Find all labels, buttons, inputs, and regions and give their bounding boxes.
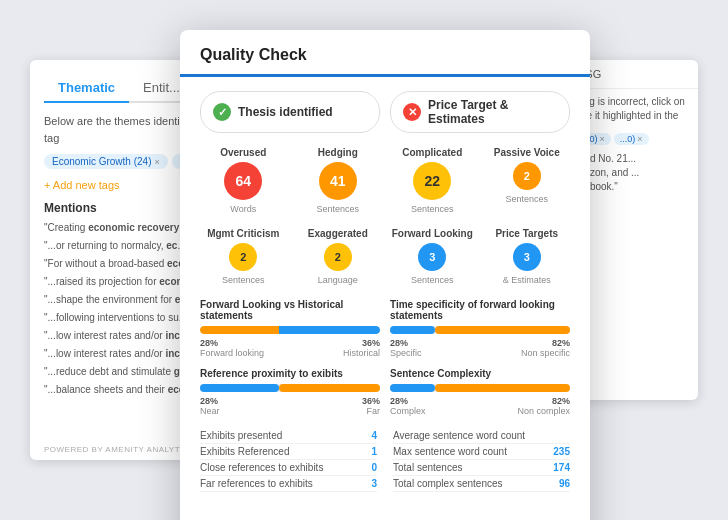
metric-exaggerated-bubble: 2 — [324, 243, 352, 271]
stat-exhibits-presented: Exhibits presented 4 — [200, 428, 377, 444]
bar-pct-left: 28% — [390, 396, 408, 406]
metric-overused-bubble: 64 — [224, 162, 262, 200]
bar-labels: 28% 36% — [200, 338, 380, 348]
bar-text-labels: Complex Non complex — [390, 406, 570, 416]
metric-passive-voice: Passive Voice 2 Sentences — [484, 147, 571, 214]
thesis-identified-pill: ✓ Thesis identified — [200, 91, 380, 133]
stat-exhibits-referenced: Exhibits Referenced 1 — [200, 444, 377, 460]
metric-hedging-label: Hedging — [295, 147, 382, 158]
bar-pct-right: 82% — [552, 338, 570, 348]
rp-tag-2[interactable]: ...0) × — [614, 133, 649, 145]
metric-overused: Overused 64 Words — [200, 147, 287, 214]
x-icon: ✕ — [403, 103, 421, 121]
tag-economic[interactable]: Economic Growth (24) × — [44, 154, 168, 169]
tag-label: Economic Growth (24) — [52, 156, 151, 167]
bar-label-right: Non specific — [521, 348, 570, 358]
metric-mgmt-label: Mgmt Criticism — [200, 228, 287, 239]
metric-passive-label: Passive Voice — [484, 147, 571, 158]
metric-passive-bubble: 2 — [513, 162, 541, 190]
metric-exaggerated-sub: Language — [295, 275, 382, 285]
tab-thematic[interactable]: Thematic — [44, 74, 129, 103]
bar-title: Reference proximity to exibits — [200, 368, 380, 379]
modal-body: ✓ Thesis identified ✕ Price Target & Est… — [180, 77, 590, 520]
bar-labels: 28% 82% — [390, 338, 570, 348]
bar-text-labels: Specific Non specific — [390, 348, 570, 358]
stat-label: Far references to exhibits — [200, 478, 313, 489]
rp-tag-remove[interactable]: × — [637, 134, 642, 144]
metric-overused-sub: Words — [200, 204, 287, 214]
stat-value: 235 — [553, 446, 570, 457]
metric-price-label: Price Targets — [484, 228, 571, 239]
bar-forward-historical: Forward Looking vs Historical statements… — [200, 299, 380, 358]
bar-pct-right: 82% — [552, 396, 570, 406]
metric-price-sub: & Estimates — [484, 275, 571, 285]
bar-label-right: Non complex — [517, 406, 570, 416]
rp-tag-label: ...0) — [620, 134, 636, 144]
rp-tag-remove[interactable]: × — [600, 134, 605, 144]
modal-title: Quality Check — [180, 30, 590, 77]
stat-total-sentences: Total sentences 174 — [393, 460, 570, 476]
bar-fill-left — [200, 384, 279, 392]
bar-time-specificity: Time specificity of forward looking stat… — [390, 299, 570, 358]
stat-label: Exhibits presented — [200, 430, 282, 441]
bar-track — [200, 384, 380, 392]
stats-left: Exhibits presented 4 Exhibits Referenced… — [200, 428, 377, 492]
stat-value: 174 — [553, 462, 570, 473]
bar-fill-left — [390, 384, 435, 392]
bar-label-left: Specific — [390, 348, 422, 358]
metric-forward-bubble: 3 — [418, 243, 446, 271]
stat-label: Total sentences — [393, 462, 463, 473]
metric-price-targets: Price Targets 3 & Estimates — [484, 228, 571, 285]
stat-value: 96 — [559, 478, 570, 489]
bar-pct-left: 28% — [200, 338, 218, 348]
stat-label: Average sentence word count — [393, 430, 525, 441]
stat-complex-sentences: Total complex sentences 96 — [393, 476, 570, 492]
metric-mgmt-sub: Sentences — [200, 275, 287, 285]
bar-label-right: Historical — [343, 348, 380, 358]
bar-track — [200, 326, 380, 334]
bar-title: Time specificity of forward looking stat… — [390, 299, 570, 321]
metric-complicated: Complicated 22 Sentences — [389, 147, 476, 214]
bar-pct-right: 36% — [362, 396, 380, 406]
metric-forward-label: Forward Looking — [389, 228, 476, 239]
stat-label: Exhibits Referenced — [200, 446, 290, 457]
rp-item: ...nd No. 21... — [576, 153, 690, 164]
bar-reference-proximity: Reference proximity to exibits 28% 36% N… — [200, 368, 380, 416]
metric-forward-sub: Sentences — [389, 275, 476, 285]
metric-forward-looking: Forward Looking 3 Sentences — [389, 228, 476, 285]
stat-label: Max sentence word count — [393, 446, 507, 457]
bar-label-right: Far — [367, 406, 381, 416]
bar-track — [390, 326, 570, 334]
stat-value: 0 — [371, 462, 377, 473]
metric-hedging: Hedging 41 Sentences — [295, 147, 382, 214]
metrics-row-1: Overused 64 Words Hedging 41 Sentences C… — [200, 147, 570, 214]
check-icon: ✓ — [213, 103, 231, 121]
stat-value: 4 — [371, 430, 377, 441]
metric-hedging-bubble: 41 — [319, 162, 357, 200]
stats-grid: Exhibits presented 4 Exhibits Referenced… — [200, 428, 570, 492]
metric-complicated-sub: Sentences — [389, 204, 476, 214]
stat-label: Close references to exhibits — [200, 462, 323, 473]
metric-exaggerated-label: Exaggerated — [295, 228, 382, 239]
bar-label-left: Near — [200, 406, 220, 416]
rp-item: ...azon, and ... — [576, 167, 690, 178]
stat-value: 1 — [371, 446, 377, 457]
thesis-label: Thesis identified — [238, 105, 333, 119]
metric-overused-label: Overused — [200, 147, 287, 158]
powered-by: POWERED BY AMENITY ANALYTICS — [44, 445, 195, 454]
stat-close-references: Close references to exhibits 0 — [200, 460, 377, 476]
bar-track — [390, 384, 570, 392]
metric-complicated-label: Complicated — [389, 147, 476, 158]
tag-remove-icon[interactable]: × — [154, 157, 159, 167]
metrics-row-2: Mgmt Criticism 2 Sentences Exaggerated 2… — [200, 228, 570, 285]
bar-fill-right — [435, 384, 570, 392]
stat-avg-word-count: Average sentence word count — [393, 428, 570, 444]
bar-pct-right: 36% — [362, 338, 380, 348]
bar-fill-left — [200, 326, 279, 334]
stat-far-references: Far references to exhibits 3 — [200, 476, 377, 492]
bar-label-left: Forward looking — [200, 348, 264, 358]
metric-complicated-bubble: 22 — [413, 162, 451, 200]
metric-mgmt-bubble: 2 — [229, 243, 257, 271]
bar-text-labels: Forward looking Historical — [200, 348, 380, 358]
thesis-row: ✓ Thesis identified ✕ Price Target & Est… — [200, 91, 570, 133]
